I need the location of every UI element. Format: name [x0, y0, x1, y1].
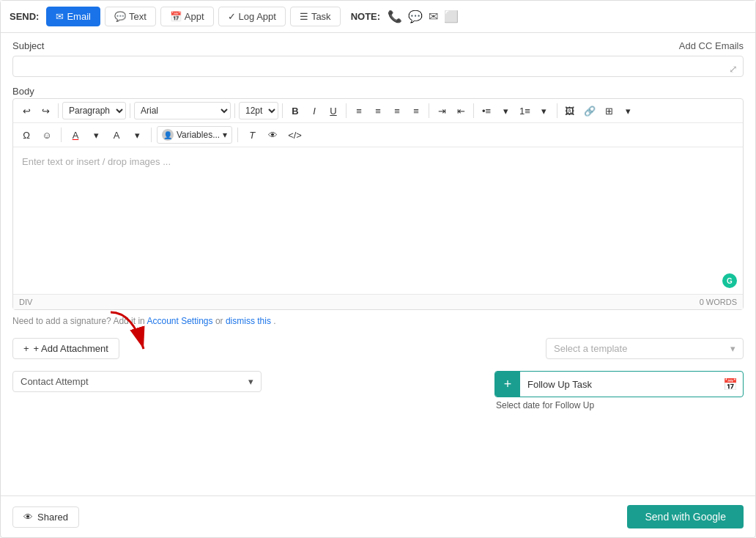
link-button[interactable]: 🔗 — [580, 102, 599, 119]
outdent-button[interactable]: ⇤ — [452, 102, 470, 119]
strikethrough-button[interactable]: T — [243, 126, 261, 144]
bullet-list-dropdown[interactable]: ▾ — [497, 102, 514, 119]
toolbar-row-1: ↩ ↪ Paragraph Heading 1 Heading 2 Arial … — [13, 99, 743, 123]
variables-chevron-icon: ▾ — [223, 130, 227, 140]
template-chevron-icon: ▾ — [730, 343, 735, 354]
grammarly-icon: G — [722, 273, 737, 288]
underline-button[interactable]: U — [325, 102, 342, 119]
comment-icon[interactable]: 💬 — [408, 10, 423, 23]
bold-button[interactable]: B — [286, 102, 304, 119]
add-cc-button[interactable]: Add CC Emails — [679, 40, 744, 51]
tab-log-appt[interactable]: ✓ Log Appt — [218, 7, 286, 26]
editor-footer: DIV 0 WORDS — [13, 294, 743, 309]
send-label: SEND: — [10, 11, 39, 22]
contact-attempt-dropdown[interactable]: Contact Attempt ▾ — [12, 371, 262, 392]
attachment-label: + Add Attachment — [34, 343, 108, 354]
signature-or: or — [215, 316, 226, 326]
toolbar-divider-3 — [234, 103, 235, 118]
font-size-select[interactable]: 12pt 10pt 14pt — [239, 102, 278, 119]
subject-input[interactable] — [12, 56, 744, 77]
table-dropdown[interactable]: ▾ — [620, 102, 637, 119]
followup-section: + Follow Up Task 📅 Select date for Follo… — [494, 371, 744, 410]
template-placeholder: Select a template — [554, 343, 627, 354]
tab-text[interactable]: 💬 Text — [105, 7, 156, 26]
paragraph-select[interactable]: Paragraph Heading 1 Heading 2 — [62, 102, 126, 119]
align-justify-button[interactable]: ≡ — [407, 102, 425, 119]
bottom-row: 👁 Shared Send with Google — [1, 495, 755, 537]
editor-body[interactable]: Enter text or insert / drop images ... G — [13, 147, 743, 294]
emoji-button[interactable]: ☺ — [38, 126, 56, 144]
toolbar-row-2: Ω ☺ A ▾ A ▾ 👤 Variables... ▾ T 👁 </> — [13, 123, 743, 147]
shared-button[interactable]: 👁 Shared — [12, 506, 79, 528]
subject-row: Subject Add CC Emails — [1, 33, 755, 54]
variables-button[interactable]: 👤 Variables... ▾ — [157, 126, 232, 144]
note-icons: 📞 💬 ✉ ⬜ — [388, 10, 459, 23]
toolbar-divider-7 — [473, 103, 474, 118]
editor-placeholder: Enter text or insert / drop images ... — [22, 156, 171, 167]
body-section: Body ↩ ↪ Paragraph Heading 1 Heading 2 A… — [1, 83, 755, 332]
editor-div-label: DIV — [19, 298, 32, 306]
numbered-list-dropdown[interactable]: ▾ — [536, 102, 553, 119]
image-button[interactable]: 🖼 — [561, 102, 579, 119]
numbered-list-button[interactable]: 1≡ — [516, 102, 534, 119]
followup-task-label: Follow Up Task — [520, 379, 718, 390]
redo-button[interactable]: ↪ — [37, 102, 54, 119]
align-center-button[interactable]: ≡ — [369, 102, 387, 119]
align-right-button[interactable]: ≡ — [388, 102, 406, 119]
editor-container: ↩ ↪ Paragraph Heading 1 Heading 2 Arial … — [12, 98, 744, 310]
preview-button[interactable]: 👁 — [264, 126, 281, 144]
toolbar-divider-10 — [151, 128, 152, 142]
variables-avatar-icon: 👤 — [162, 129, 174, 141]
followup-calendar-button[interactable]: 📅 — [718, 372, 743, 397]
dismiss-link[interactable]: dismiss this — [226, 316, 271, 326]
highlight-dropdown[interactable]: ▾ — [128, 126, 146, 144]
chat-icon: 💬 — [114, 11, 126, 22]
font-color-button[interactable]: A — [67, 126, 84, 144]
toolbar-divider-2 — [130, 103, 130, 118]
special-char-button[interactable]: Ω — [18, 126, 35, 144]
list-icon: ☰ — [300, 11, 308, 22]
highlight-button[interactable]: A — [108, 126, 125, 144]
select-template-dropdown[interactable]: Select a template ▾ — [546, 338, 744, 359]
source-button[interactable]: </> — [284, 126, 305, 144]
toolbar-divider-9 — [61, 128, 62, 142]
tab-email[interactable]: ✉ Email — [46, 7, 100, 26]
toolbar-divider-4 — [282, 103, 283, 118]
note-label: NOTE: — [351, 11, 380, 22]
toolbar-divider-8 — [557, 103, 557, 118]
square-icon[interactable]: ⬜ — [444, 10, 459, 23]
bullet-list-button[interactable]: •≡ — [478, 102, 495, 119]
variables-label: Variables... — [177, 130, 220, 140]
attachment-plus-icon: + — [23, 343, 29, 354]
grammarly-badge: G — [722, 273, 737, 288]
email-icon: ✉ — [56, 11, 64, 22]
send-with-google-button[interactable]: Send with Google — [627, 505, 744, 528]
indent-button[interactable]: ⇥ — [433, 102, 451, 119]
table-button[interactable]: ⊞ — [601, 102, 618, 119]
font-color-dropdown[interactable]: ▾ — [87, 126, 105, 144]
tab-appt[interactable]: 📅 Appt — [160, 7, 214, 26]
signature-row: Need to add a signature? Add it in Accou… — [1, 310, 755, 332]
tab-task[interactable]: ☰ Task — [290, 7, 341, 26]
italic-button[interactable]: I — [305, 102, 323, 119]
contact-followup-row: Contact Attempt ▾ + Follow Up Task 📅 Sel… — [1, 365, 755, 416]
followup-plus-button[interactable]: + — [495, 372, 520, 397]
red-arrow-annotation — [103, 309, 162, 360]
contact-attempt-chevron-icon: ▾ — [248, 376, 253, 387]
followup-plus-icon: + — [504, 377, 512, 392]
calendar-icon: 📅 — [723, 377, 738, 391]
subject-input-container: ⤢ — [1, 54, 755, 83]
font-select[interactable]: Arial Times New Roman — [134, 102, 231, 119]
undo-button[interactable]: ↩ — [18, 102, 35, 119]
align-left-button[interactable]: ≡ — [350, 102, 368, 119]
followup-hint: Select date for Follow Up — [494, 400, 744, 410]
toolbar-divider-1 — [58, 103, 59, 118]
phone-icon[interactable]: 📞 — [388, 10, 402, 23]
signature-end: . — [273, 316, 275, 326]
send-bar: SEND: ✉ Email 💬 Text 📅 Appt ✓ Log Appt ☰… — [1, 1, 755, 33]
eye-icon: 👁 — [23, 512, 33, 523]
followup-row: + Follow Up Task 📅 — [494, 371, 744, 397]
contact-attempt-label: Contact Attempt — [21, 376, 89, 387]
mail-icon[interactable]: ✉ — [429, 10, 438, 23]
toolbar-divider-5 — [346, 103, 346, 118]
